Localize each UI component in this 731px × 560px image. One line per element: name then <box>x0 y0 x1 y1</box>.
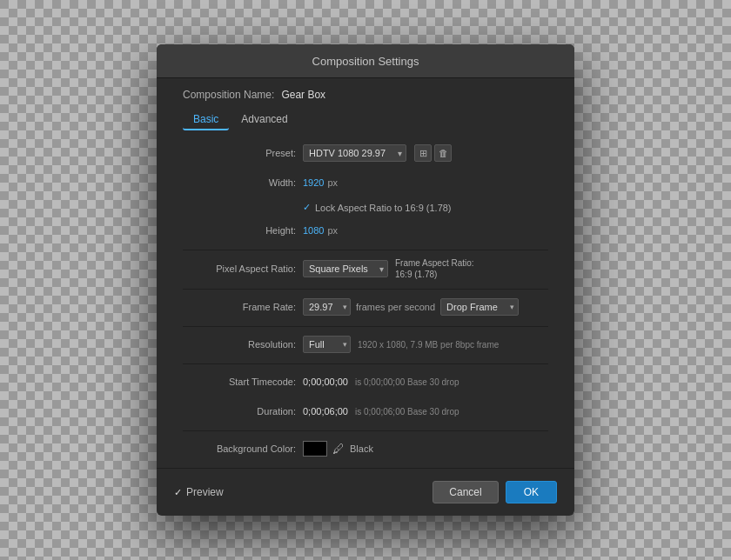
preset-delete-icon[interactable]: 🗑 <box>434 144 452 162</box>
height-unit: px <box>327 225 338 236</box>
duration-value[interactable]: 0;00;06;00 <box>303 406 348 417</box>
start-tc-detail: is 0;00;00;00 Base 30 drop <box>355 377 459 387</box>
comp-name-row: Composition Name: Gear Box <box>174 89 557 101</box>
resolution-controls: Full 1920 x 1080, 7.9 MB per 8bpc frame <box>303 336 499 353</box>
width-row: Width: 1920 px <box>183 172 548 193</box>
footer-buttons: Cancel OK <box>433 481 557 503</box>
lock-text: Lock Aspect Ratio to 16:9 (1.78) <box>315 203 452 213</box>
divider-5 <box>183 430 548 431</box>
duration-label: Duration: <box>183 406 296 417</box>
divider-3 <box>183 326 548 327</box>
frame-rate-label: Frame Rate: <box>183 302 296 312</box>
bg-color-swatch[interactable] <box>303 441 327 457</box>
frame-rate-row: Frame Rate: 29.97 frames per second Drop… <box>183 297 548 317</box>
divider-4 <box>183 363 548 364</box>
pixel-ar-controls: Square Pixels Frame Aspect Ratio: 16:9 (… <box>303 257 548 280</box>
frame-rate-select-wrapper[interactable]: 29.97 <box>303 298 351 316</box>
divider-2 <box>183 289 548 290</box>
pixel-ar-row: Pixel Aspect Ratio: Square Pixels Frame … <box>183 257 548 280</box>
frame-rate-unit: frames per second <box>356 302 435 312</box>
bg-color-label: Background Color: <box>183 443 296 454</box>
height-value[interactable]: 1080 <box>303 225 324 236</box>
height-label: Height: <box>183 225 296 236</box>
preset-controls: HDTV 1080 29.97 ⊞ 🗑 <box>303 144 452 162</box>
start-tc-label: Start Timecode: <box>183 377 296 387</box>
resolution-label: Resolution: <box>183 339 296 350</box>
tab-advanced[interactable]: Advanced <box>231 110 298 130</box>
tab-basic[interactable]: Basic <box>183 110 229 130</box>
height-row: Height: 1080 px <box>183 220 548 241</box>
dialog-title: Composition Settings <box>312 55 419 68</box>
duration-detail: is 0;00;06;00 Base 30 drop <box>355 407 459 417</box>
bg-color-name: Black <box>350 443 373 454</box>
pixel-ar-label: Pixel Aspect Ratio: <box>183 263 296 274</box>
drop-frame-select-wrapper[interactable]: Drop Frame <box>440 298 519 316</box>
preset-select-wrapper[interactable]: HDTV 1080 29.97 <box>303 144 406 162</box>
eyedropper-icon[interactable]: 🖊 <box>332 442 345 456</box>
preset-label: Preset: <box>183 148 296 158</box>
pixel-ar-select-wrapper[interactable]: Square Pixels <box>303 260 388 277</box>
form-section: Preset: HDTV 1080 29.97 ⊞ 🗑 Width: <box>174 143 557 459</box>
comp-name-value: Gear Box <box>281 89 325 101</box>
tabs: Basic Advanced <box>174 110 557 130</box>
width-unit: px <box>327 177 338 188</box>
duration-row: Duration: 0;00;06;00 is 0;00;06;00 Base … <box>183 401 548 422</box>
dialog-body: Composition Name: Gear Box Basic Advance… <box>157 78 574 459</box>
dialog-footer: ✓ Preview Cancel OK <box>157 468 574 516</box>
divider-1 <box>183 250 548 250</box>
title-bar: Composition Settings <box>157 44 574 78</box>
preview-check-group[interactable]: ✓ Preview <box>174 486 224 498</box>
frame-rate-select[interactable]: 29.97 <box>303 298 351 316</box>
resolution-select[interactable]: Full <box>303 336 351 353</box>
preview-label: Preview <box>186 486 224 498</box>
ok-button[interactable]: OK <box>506 481 557 503</box>
start-tc-row: Start Timecode: 0;00;00;00 is 0;00;00;00… <box>183 371 548 392</box>
width-value[interactable]: 1920 <box>303 177 324 188</box>
resolution-select-wrapper[interactable]: Full <box>303 336 351 353</box>
resolution-detail: 1920 x 1080, 7.9 MB per 8bpc frame <box>358 340 499 350</box>
resolution-row: Resolution: Full 1920 x 1080, 7.9 MB per… <box>183 334 548 355</box>
frame-rate-controls: 29.97 frames per second Drop Frame <box>303 298 519 316</box>
pixel-ar-select[interactable]: Square Pixels <box>303 260 388 277</box>
lock-checkmark: ✓ <box>303 202 311 213</box>
start-tc-value[interactable]: 0;00;00;00 <box>303 377 348 387</box>
cancel-button[interactable]: Cancel <box>433 481 498 503</box>
lock-aspect-row: ✓ Lock Aspect Ratio to 16:9 (1.78) <box>183 202 548 213</box>
preset-select[interactable]: HDTV 1080 29.97 <box>303 144 406 162</box>
preview-checkmark: ✓ <box>174 487 182 498</box>
preset-row: Preset: HDTV 1080 29.97 ⊞ 🗑 <box>183 143 548 163</box>
preset-icon-group: ⊞ 🗑 <box>412 144 452 162</box>
frame-ar-label: Frame Aspect Ratio: 16:9 (1.78) <box>395 257 474 280</box>
bg-color-row: Background Color: 🖊 Black <box>183 438 548 459</box>
comp-name-label: Composition Name: <box>183 89 274 101</box>
composition-settings-dialog: Composition Settings Composition Name: G… <box>157 44 574 516</box>
width-label: Width: <box>183 177 296 188</box>
preset-save-icon[interactable]: ⊞ <box>414 144 432 162</box>
drop-frame-select[interactable]: Drop Frame <box>440 298 519 316</box>
